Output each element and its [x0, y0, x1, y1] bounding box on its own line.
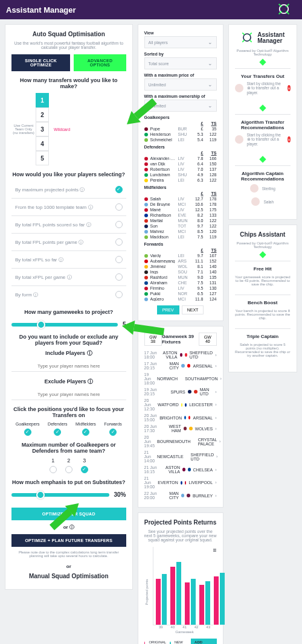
fixtures-list: 17 Jun 18:00ASTON VILLASHEFFIELD UTD›17 … [144, 349, 217, 501]
max-def-option-1[interactable]: 1 [50, 457, 57, 473]
player-row[interactable]: PopeBUR£35 [144, 126, 217, 132]
ownership-label: With a maximum ownership of [144, 94, 217, 98]
wildcard-link[interactable]: Wildcard [49, 93, 70, 165]
player-row[interactable]: De BruyneMCI10.6178 [144, 202, 217, 207]
player-row[interactable]: MahrezMCI8.5120 [144, 229, 217, 234]
player-group-heading: Goalkeepers [144, 115, 217, 120]
player-row[interactable]: SonTOT9.7122 [144, 223, 217, 229]
transfers-out-heading: Your Transfers Out [235, 74, 291, 79]
fixture-row[interactable]: 22 Jun 20:00MAN CITYBURNLEY› [144, 490, 217, 501]
chart-bar [185, 582, 190, 625]
position-chip[interactable]: Goalkeepers [16, 422, 40, 436]
optimize-plan-button[interactable]: OPTIMIZE + PLAN FUTURE TRANSFERS [11, 534, 126, 547]
player-row[interactable]: SchmeichelLEI5.4119 [144, 137, 217, 142]
player-row[interactable]: FirminoLIV9.5130 [144, 285, 217, 291]
subs-question: How much emphasis to put on Substitutes? [11, 479, 126, 485]
subs-slider[interactable] [11, 493, 109, 497]
player-row[interactable]: AubameyangARS11.1152 [144, 258, 217, 264]
fixture-row[interactable]: 20 Jun 12:30WATFORDLEICESTER› [144, 397, 217, 412]
selecting-option[interactable]: By total xFPL per game ⓘ [11, 268, 126, 285]
fixture-row[interactable]: 17 Jun 20:15MAN CITYARSENAL› [144, 360, 217, 371]
transfers-option-3[interactable]: 3 [36, 122, 49, 136]
selecting-option[interactable]: From the top 1000 template team ⓘ [11, 198, 126, 215]
next-page-button[interactable]: NEXT [182, 305, 204, 314]
player-row[interactable]: VardyLEI9.7167 [144, 253, 217, 258]
add-rotation-button[interactable]: ADD ROTATION [191, 639, 216, 644]
prev-page-button[interactable]: PREV [157, 305, 179, 314]
advanced-options-button[interactable]: ADVANCED OPTIONS [74, 54, 126, 71]
legend-new: NEW SQUAD [175, 640, 187, 644]
max-def-option-2[interactable]: 2 [65, 457, 72, 473]
player-row[interactable]: RashfordMUN9.0135 [144, 275, 217, 280]
fixture-row[interactable]: 20 Jun 17:30WEST HAMWOLVES› [144, 423, 217, 434]
selecting-option[interactable]: By total xFPL so far ⓘ [11, 250, 126, 268]
chart-sub: See your projected points over the next … [144, 529, 217, 542]
player-row[interactable]: van DijkLIV6.4150 [144, 161, 217, 167]
player-row[interactable]: PereiraLEI6.3122 [144, 177, 217, 183]
include-players-input[interactable] [11, 361, 126, 372]
triple-captain-heading: Triple Captain [235, 334, 291, 339]
fixture-row[interactable]: 17 Jun 18:00ASTON VILLASHEFFIELD UTD› [144, 349, 217, 360]
transfers-note: Use Current Team Only (no transfers) [11, 93, 36, 165]
selecting-option[interactable]: By form ⓘ [11, 285, 126, 303]
page-title: Assistant Manager [6, 5, 76, 14]
transfers-option-1[interactable]: 1 [36, 93, 49, 107]
selecting-option[interactable]: By total FPL points scored so far ⓘ [11, 215, 126, 233]
chart-bar [191, 579, 196, 625]
fixture-row[interactable]: 19 Jun 18:00NORWICHSOUTHAMPTON› [144, 371, 217, 386]
avatar [251, 197, 260, 206]
player-row[interactable]: MartialMUN8.0122 [144, 218, 217, 223]
player-row[interactable]: ManéLIV12.5175 [144, 207, 217, 212]
fixture-row[interactable]: 21 Jun 19:00EVERTONLIVERPOOL› [144, 475, 217, 490]
player-row[interactable]: LundstramSHU4.9128 [144, 172, 217, 177]
transfers-option-2[interactable]: 2 [36, 107, 49, 122]
fixture-row[interactable]: 21 Jun 14:00NEWCASTLESHEFFIELD UTD› [144, 449, 217, 464]
avatar [250, 184, 259, 193]
remove-icon[interactable]: × [288, 136, 291, 142]
assistant-powered: Powered by Opti-bot® Algorithm Technolog… [235, 49, 291, 56]
selecting-option[interactable]: By maximum projected points ⓘ [11, 181, 126, 198]
position-chip[interactable]: Midfielders [76, 422, 96, 436]
price-label: With a maximum price of [144, 73, 217, 77]
gameweeks-slider[interactable] [11, 323, 118, 327]
manual-title: Manual Squad Optimisation [11, 573, 126, 579]
player-row[interactable]: AgüeroMCI11.8124 [144, 296, 217, 302]
fixture-row[interactable]: 20 Jun 15:00BRIGHTONARSENAL› [144, 412, 217, 423]
view-select[interactable]: All players [144, 36, 217, 48]
single-click-optimize-button[interactable]: SINGLE CLICK OPTIMIZE [11, 54, 70, 71]
chart-bar [205, 581, 210, 625]
player-row[interactable]: MaddisonLEI7.5119 [144, 234, 217, 240]
next-gw-button[interactable]: GW 40 [199, 333, 216, 346]
player-row[interactable]: Alexander-ArnoldLIV7.8166 [144, 156, 217, 161]
player-row[interactable]: PukkiNOR6.5127 [144, 291, 217, 296]
transfers-question: How many transfers would you like to mak… [11, 77, 126, 89]
player-row[interactable]: AbrahamCHE7.5131 [144, 280, 217, 285]
selecting-option[interactable]: By total FPL points per game ⓘ [11, 233, 126, 250]
fixture-row[interactable]: 19 Jun 20:15SPURSMAN UTD› [144, 386, 217, 397]
player-group-heading: Midfielders [144, 185, 217, 190]
transfers-picker: Use Current Team Only (no transfers) 123… [11, 93, 126, 165]
exclude-players-input[interactable] [11, 389, 126, 400]
transfers-option-4[interactable]: 4 [36, 136, 49, 151]
player-row[interactable]: RicharlisonEVE8.2133 [144, 212, 217, 218]
price-select[interactable]: Unlimited [144, 78, 217, 91]
transfers-option-5[interactable]: 5 [36, 151, 49, 165]
player-row[interactable]: HendersonSHU5.3122 [144, 132, 217, 137]
player-list-card: ViewAll players Sorted byTotal score Wit… [138, 24, 223, 321]
position-chip[interactable]: Forwards [104, 422, 121, 436]
position-chip[interactable]: Defenders [48, 422, 67, 436]
chart-title: Projected Points Returns [144, 519, 217, 526]
player-row[interactable]: RobertsonLIV7.0137 [144, 167, 217, 172]
chart-bar [220, 573, 225, 625]
player-row[interactable]: JiménezWOL8.1140 [144, 264, 217, 269]
remove-icon[interactable]: × [288, 85, 291, 91]
max-def-option-3[interactable]: 3 [81, 457, 88, 473]
selecting-question: How would you like your players selectin… [11, 171, 126, 177]
algo-transfer-heading: Algorithm Transfer Recommendations [235, 120, 291, 130]
sort-select[interactable]: Total score [144, 57, 217, 69]
player-row[interactable]: SalahLIV12.7178 [144, 196, 217, 202]
player-row[interactable]: IngsSOU7.1140 [144, 269, 217, 275]
fixture-row[interactable]: 21 Jun 16:15ASTON VILLACHELSEA› [144, 464, 217, 475]
chart-ylabel: Projected points [144, 579, 148, 605]
fixture-row[interactable]: 20 Jun 19:45BOURNEMOUTHCRYSTAL PALACE› [144, 434, 217, 449]
